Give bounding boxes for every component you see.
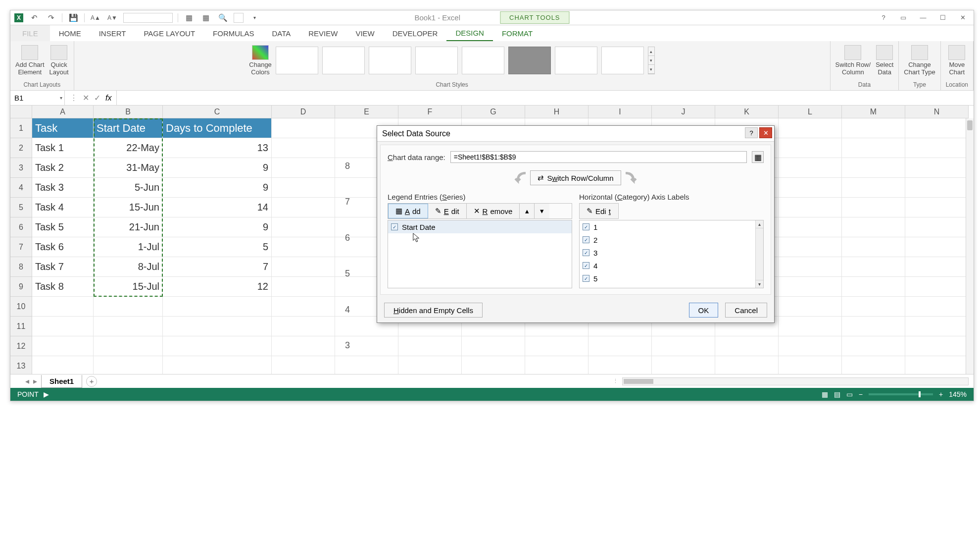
checkbox-icon[interactable]: ✓: [583, 223, 589, 230]
tab-view[interactable]: VIEW: [346, 25, 383, 41]
cell-M2[interactable]: [842, 138, 905, 158]
cell-B3[interactable]: 31-May: [94, 158, 163, 178]
chart-style-8[interactable]: [601, 47, 644, 74]
row-header[interactable]: 7: [10, 237, 32, 257]
edit-axis-button[interactable]: ✎Edit: [580, 204, 618, 218]
cell-N8[interactable]: [905, 257, 969, 277]
cell-N9[interactable]: [905, 277, 969, 297]
cell-B5[interactable]: 15-Jun: [94, 198, 163, 217]
dialog-close-icon[interactable]: ✕: [759, 127, 772, 138]
zoom-in-icon[interactable]: +: [939, 390, 943, 398]
font-decrease-icon[interactable]: A▼: [106, 12, 118, 24]
edit-series-button[interactable]: ✎Edit: [428, 204, 467, 218]
tab-nav-next[interactable]: ▸: [33, 376, 37, 386]
tab-home[interactable]: HOME: [50, 25, 90, 41]
cell-B12[interactable]: [94, 336, 163, 356]
qat-icon[interactable]: 🔍: [217, 12, 229, 24]
cell-N5[interactable]: [905, 198, 969, 217]
row-header[interactable]: 2: [10, 138, 32, 158]
cell-C10[interactable]: [163, 297, 272, 317]
ribbon-display-icon[interactable]: ▭: [896, 12, 910, 23]
cell-N11[interactable]: [905, 317, 969, 336]
row-header[interactable]: 11: [10, 317, 32, 336]
tab-nav-prev[interactable]: ◂: [25, 376, 29, 386]
save-icon[interactable]: 💾: [67, 12, 79, 24]
col-header-B[interactable]: B: [94, 106, 163, 118]
fx-icon[interactable]: fx: [105, 94, 111, 103]
cell-C12[interactable]: [163, 336, 272, 356]
cell-C5[interactable]: 14: [163, 198, 272, 217]
select-data-button[interactable]: Select Data: [876, 45, 893, 76]
checkbox-icon[interactable]: ✓: [583, 275, 589, 282]
checkbox-icon[interactable]: ✓: [391, 223, 398, 230]
range-picker-icon[interactable]: ▦: [752, 151, 764, 163]
chart-style-2[interactable]: [322, 47, 365, 74]
name-box[interactable]: B1▾: [10, 91, 65, 105]
cell-M7[interactable]: [842, 237, 905, 257]
cell-C13[interactable]: [163, 356, 272, 374]
view-page-break-icon[interactable]: ▭: [846, 390, 853, 398]
tab-insert[interactable]: INSERT: [90, 25, 135, 41]
cell-A8[interactable]: Task 7: [32, 257, 94, 277]
cell-A1[interactable]: Task: [32, 118, 94, 138]
cell-C9[interactable]: 12: [163, 277, 272, 297]
qat-more-icon[interactable]: ▾: [248, 12, 260, 24]
row-header[interactable]: 3: [10, 158, 32, 178]
cell-B10[interactable]: [94, 297, 163, 317]
cell-A6[interactable]: Task 5: [32, 217, 94, 237]
view-page-layout-icon[interactable]: ▤: [834, 390, 840, 398]
chart-style-5[interactable]: [462, 47, 504, 74]
cancel-icon[interactable]: ✕: [83, 93, 89, 103]
row-header[interactable]: 1: [10, 118, 32, 138]
cell-C4[interactable]: 9: [163, 178, 272, 198]
col-header-H[interactable]: H: [525, 106, 588, 118]
tab-review[interactable]: REVIEW: [299, 25, 346, 41]
cell-A4[interactable]: Task 3: [32, 178, 94, 198]
zoom-slider[interactable]: [869, 393, 933, 395]
series-listbox[interactable]: ✓Start Date: [388, 220, 572, 288]
font-increase-icon[interactable]: A▲: [90, 12, 101, 24]
chart-style-7[interactable]: [555, 47, 597, 74]
tab-design[interactable]: DESIGN: [446, 25, 493, 41]
horizontal-scrollbar[interactable]: [622, 377, 969, 385]
macro-record-icon[interactable]: ▶: [44, 390, 49, 398]
col-header-J[interactable]: J: [652, 106, 715, 118]
row-header[interactable]: 12: [10, 336, 32, 356]
vertical-scrollbar[interactable]: [966, 118, 974, 374]
select-all-corner[interactable]: [10, 106, 32, 118]
row-header[interactable]: 10: [10, 297, 32, 317]
tab-data[interactable]: DATA: [263, 25, 299, 41]
cell-M6[interactable]: [842, 217, 905, 237]
cell-M5[interactable]: [842, 198, 905, 217]
switch-row-column-button[interactable]: Switch Row/ Column: [835, 45, 871, 76]
cell-N3[interactable]: [905, 158, 969, 178]
cell-M13[interactable]: [842, 356, 905, 374]
cell-C11[interactable]: [163, 317, 272, 336]
cell-M1[interactable]: [842, 118, 905, 138]
cell-N1[interactable]: [905, 118, 969, 138]
add-series-button[interactable]: ▦Add: [388, 204, 428, 218]
tab-file[interactable]: FILE: [10, 25, 50, 41]
cell-M11[interactable]: [842, 317, 905, 336]
col-header-N[interactable]: N: [905, 106, 969, 118]
axis-listbox[interactable]: ✓1 ✓2 ✓3 ✓4 ✓5 ▴▾: [579, 220, 764, 288]
tab-page-layout[interactable]: PAGE LAYOUT: [135, 25, 204, 41]
quick-layout-button[interactable]: Quick Layout: [49, 45, 69, 76]
cell-C7[interactable]: 5: [163, 237, 272, 257]
cell-M4[interactable]: [842, 178, 905, 198]
hidden-empty-cells-button[interactable]: Hidden and Empty Cells: [384, 303, 483, 318]
move-down-button[interactable]: ▾: [535, 204, 549, 218]
change-chart-type-button[interactable]: Change Chart Type: [904, 45, 935, 76]
col-header-K[interactable]: K: [715, 106, 779, 118]
cell-C8[interactable]: 7: [163, 257, 272, 277]
cell-B11[interactable]: [94, 317, 163, 336]
cell-N13[interactable]: [905, 356, 969, 374]
gallery-scroll[interactable]: ▴▾▾: [648, 47, 655, 74]
cell-M3[interactable]: [842, 158, 905, 178]
view-normal-icon[interactable]: ▦: [822, 390, 828, 398]
checkbox-icon[interactable]: ✓: [583, 249, 589, 256]
cell-B8[interactable]: 8-Jul: [94, 257, 163, 277]
cell-A2[interactable]: Task 1: [32, 138, 94, 158]
font-dropdown[interactable]: [123, 13, 173, 23]
ok-button[interactable]: OK: [689, 303, 719, 318]
